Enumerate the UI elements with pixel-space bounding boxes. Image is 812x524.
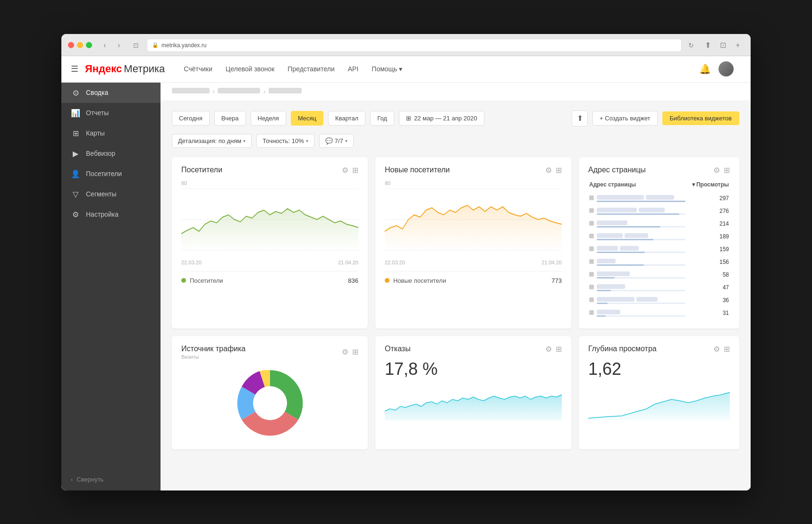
- address-widget-header: Адрес страницы ⚙ ⊞: [588, 166, 730, 175]
- hamburger-button[interactable]: ☰: [71, 64, 78, 74]
- visitors-legend-label: Посетители: [190, 277, 223, 284]
- period-yesterday[interactable]: Вчера: [214, 111, 246, 126]
- collapse-label: Свернуть: [76, 476, 103, 483]
- sidebar-item-karty[interactable]: ⊞ Карты: [61, 123, 161, 144]
- traffic-actions: ⚙ ⊞: [342, 347, 358, 356]
- depth-chart: [588, 383, 730, 421]
- logo-metrika: Метрика: [124, 63, 165, 75]
- bubble-icon: 💬: [325, 137, 333, 144]
- detail-select[interactable]: Детализация: по дням ▾: [172, 134, 252, 148]
- address-bar[interactable]: 🔒 metrika.yandex.ru: [147, 39, 682, 52]
- svg-point-6: [253, 386, 287, 420]
- dashboard: Сегодня Вчера Неделя Месяц Квартал Год ⊞…: [161, 101, 751, 459]
- traffic-widget: Источник трафика Визиты ⚙ ⊞: [172, 336, 368, 449]
- grid-icon-3[interactable]: ⊞: [724, 166, 730, 175]
- traffic-header: Источник трафика Визиты ⚙ ⊞: [181, 345, 358, 360]
- url-text: metrika.yandex.ru: [161, 42, 206, 49]
- sidebar-item-otchety[interactable]: 📊 Отчеты: [61, 103, 161, 123]
- minimize-button[interactable]: [77, 42, 83, 48]
- browser-chrome: ‹ › ⊡ 🔒 metrika.yandex.ru ↻ ⬆ ⊡ +: [61, 34, 751, 56]
- sidebar-label-segmenty: Сегменты: [86, 190, 117, 198]
- sidebar-label-posetiteli: Посетители: [86, 170, 122, 177]
- new-visitors-actions: ⚙ ⊞: [545, 166, 562, 175]
- share-button[interactable]: ⬆: [702, 39, 714, 51]
- top-nav: ☰ Яндекс Метрика Счётчики Целевой звонок…: [61, 56, 751, 83]
- library-button[interactable]: Библиотека виджетов: [662, 111, 740, 125]
- period-year[interactable]: Год: [370, 111, 394, 126]
- sidebar-collapse[interactable]: ‹ Свернуть: [61, 468, 161, 490]
- notification-bell-icon[interactable]: 🔔: [699, 63, 711, 75]
- table-row: 189: [589, 231, 729, 243]
- settings-icon[interactable]: ⚙: [342, 166, 348, 175]
- back-button[interactable]: ‹: [99, 39, 111, 51]
- settings-icon-3[interactable]: ⚙: [713, 166, 720, 175]
- visitors-date-end: 21.04.20: [338, 260, 358, 265]
- grid-icon-4[interactable]: ⊞: [352, 347, 358, 356]
- grid-icon-2[interactable]: ⊞: [556, 166, 562, 175]
- grid-icon[interactable]: ⊞: [352, 166, 358, 175]
- sidebar-item-webvisor[interactable]: ▶ Вебвизор: [61, 144, 161, 164]
- bounce-chart: [385, 383, 562, 421]
- map-icon: ⊞: [71, 129, 80, 138]
- traffic-lights: [68, 42, 92, 48]
- table-row: 47: [589, 282, 729, 294]
- visitors-legend-dot: [181, 278, 186, 283]
- chevron-down-icon-2: ▾: [306, 138, 308, 144]
- forward-button[interactable]: ›: [113, 39, 125, 51]
- address-widget: Адрес страницы ⚙ ⊞ Адрес страницы: [579, 157, 739, 329]
- settings-icon-5[interactable]: ⚙: [545, 345, 552, 354]
- bounce-actions: ⚙ ⊞: [545, 345, 562, 354]
- table-row: 214: [589, 218, 729, 230]
- content-area: › › Сегодня Вчера Неделя: [161, 83, 751, 490]
- table-row: 156: [589, 256, 729, 268]
- detail-label: Детализация: по дням: [178, 137, 241, 144]
- user-icon: 👤: [71, 169, 80, 178]
- close-button[interactable]: [68, 42, 74, 48]
- breadcrumb-2: [218, 88, 260, 95]
- period-month[interactable]: Месяц: [291, 111, 323, 126]
- tabs-button[interactable]: ⊡: [717, 39, 729, 51]
- create-widget-button[interactable]: + Создать виджет: [592, 111, 657, 126]
- sort-arrow-icon: ▾: [692, 181, 695, 188]
- segments-select[interactable]: 💬 7/7 ▾: [319, 134, 354, 148]
- table-row: 58: [589, 269, 729, 281]
- export-button[interactable]: ⬆: [572, 110, 588, 127]
- table-row: 159: [589, 244, 729, 255]
- depth-widget: Глубина просмотра ⚙ ⊞ 1,62: [579, 336, 739, 449]
- visitors-y-max: 80: [181, 180, 187, 186]
- visitors-dates: 22.03.20 21.04.20: [181, 260, 358, 265]
- grid-icon-5[interactable]: ⊞: [556, 345, 562, 354]
- chevron-down-icon: ▾: [243, 138, 245, 144]
- sidebar-item-svodka[interactable]: ⊙ Сводка: [61, 83, 161, 103]
- settings-icon-2[interactable]: ⚙: [545, 166, 552, 175]
- sidebar-item-posetiteli[interactable]: 👤 Посетители: [61, 164, 161, 184]
- period-quarter[interactable]: Квартал: [328, 111, 365, 126]
- maximize-button[interactable]: [86, 42, 92, 48]
- date-range-picker[interactable]: ⊞ 22 мар — 21 апр 2020: [399, 111, 484, 126]
- period-today[interactable]: Сегодня: [172, 111, 210, 126]
- sidebar: ⊙ Сводка 📊 Отчеты ⊞ Карты ▶ Вебвизор 👤: [61, 83, 161, 490]
- settings-icon-6[interactable]: ⚙: [713, 345, 720, 354]
- top-nav-right: 🔔: [699, 61, 741, 76]
- settings-icon-4[interactable]: ⚙: [342, 347, 348, 356]
- widget-grid-row1: Посетители ⚙ ⊞ 80: [172, 157, 739, 329]
- sidebar-item-segmenty[interactable]: ▽ Сегменты: [61, 184, 161, 204]
- grid-icon-6[interactable]: ⊞: [724, 345, 730, 354]
- sidebar-item-nastroika[interactable]: ⚙ Настройка: [61, 204, 161, 225]
- visitors-actions: ⚙ ⊞: [342, 166, 358, 175]
- avatar[interactable]: [719, 61, 734, 76]
- nav-link-predstaviteli[interactable]: Представители: [288, 65, 334, 73]
- nav-link-api[interactable]: API: [348, 65, 359, 73]
- traffic-title: Источник трафика: [181, 345, 245, 353]
- reload-button[interactable]: ↻: [688, 42, 694, 49]
- nav-link-help[interactable]: Помощь ▾: [372, 65, 402, 73]
- new-visitors-legend-label: Новые посетители: [393, 277, 446, 284]
- visitors-title: Посетители: [181, 166, 222, 174]
- nav-link-zvonok[interactable]: Целевой звонок: [226, 65, 275, 73]
- depth-value: 1,62: [588, 359, 730, 379]
- accuracy-select[interactable]: Точность: 10% ▾: [256, 134, 314, 148]
- period-week[interactable]: Неделя: [251, 111, 286, 126]
- window-button[interactable]: ⊡: [130, 39, 142, 51]
- new-tab-button[interactable]: +: [732, 39, 744, 51]
- nav-link-schetchiki[interactable]: Счётчики: [184, 65, 212, 73]
